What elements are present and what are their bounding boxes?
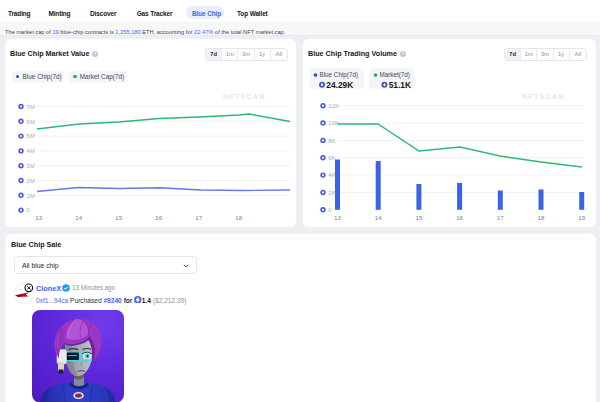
svg-text:18: 18 [538, 214, 545, 221]
svg-text:4K: 4K [328, 172, 335, 178]
svg-text:13: 13 [35, 214, 42, 221]
svg-text:19: 19 [578, 214, 585, 221]
svg-text:17: 17 [497, 214, 504, 221]
svg-text:6K: 6K [328, 155, 335, 161]
svg-text:7M: 7M [26, 104, 34, 110]
svg-text:10K: 10K [328, 120, 339, 126]
svg-text:16: 16 [456, 214, 463, 221]
svg-text:2K: 2K [328, 190, 335, 196]
svg-text:6M: 6M [26, 119, 34, 125]
svg-text:15: 15 [415, 214, 422, 221]
svg-text:14: 14 [75, 214, 82, 221]
svg-text:14: 14 [375, 214, 382, 221]
svg-text:18: 18 [235, 214, 242, 221]
svg-text:3M: 3M [26, 163, 34, 169]
svg-text:16: 16 [155, 214, 162, 221]
svg-text:51.1K: 51.1K [389, 80, 411, 90]
svg-text:0: 0 [26, 207, 30, 213]
svg-text:15: 15 [115, 214, 122, 221]
svg-text:8K: 8K [328, 138, 335, 144]
svg-text:17: 17 [195, 214, 202, 221]
svg-text:4M: 4M [26, 148, 34, 154]
svg-text:0: 0 [328, 207, 332, 213]
svg-text:2M: 2M [26, 178, 34, 184]
svg-text:12K: 12K [328, 103, 339, 109]
svg-text:24.29K: 24.29K [326, 80, 353, 90]
svg-text:1M: 1M [26, 193, 34, 199]
svg-text:13: 13 [334, 214, 341, 221]
svg-text:5M: 5M [26, 133, 34, 139]
svg-text:Market(7d): Market(7d) [380, 71, 410, 79]
svg-text:Blue Chip(7d): Blue Chip(7d) [320, 71, 359, 79]
